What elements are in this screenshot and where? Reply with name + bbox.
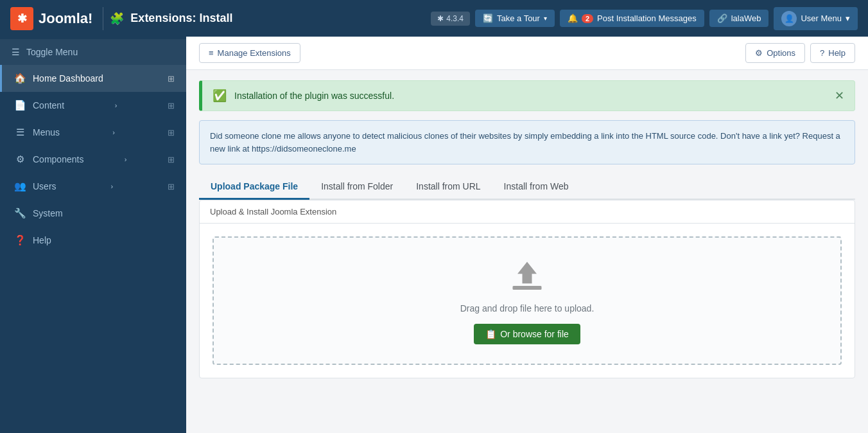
tab-label: Upload Package File — [211, 181, 298, 191]
success-alert: ✅ Installation of the plugin was success… — [199, 80, 855, 111]
content-icon: 📄 — [13, 100, 26, 111]
grid-icon: ⊞ — [168, 128, 175, 137]
sidebar-item-home-dashboard[interactable]: 🏠 Home Dashboard ⊞ — [0, 65, 186, 92]
version-badge: ✱ 4.3.4 — [431, 12, 470, 26]
tab-label: Install from Web — [504, 181, 569, 191]
tab-install-folder[interactable]: Install from Folder — [309, 175, 404, 200]
joomla-version-icon: ✱ — [437, 14, 444, 23]
user-menu-label: User Menu — [801, 13, 842, 23]
help-sidebar-icon: ❓ — [13, 234, 26, 246]
check-circle-icon: ✅ — [213, 89, 227, 103]
top-bar: ✱ Joomla! 🧩 Extensions: Install ✱ 4.3.4 … — [0, 0, 868, 37]
sub-header: ≡ Manage Extensions ⚙ Options ? Help — [186, 37, 868, 70]
chevron-right-icon: › — [115, 102, 117, 109]
tab-install-web[interactable]: Install from Web — [492, 175, 580, 200]
version-text: 4.3.4 — [446, 14, 464, 23]
info-box: Did someone clone me allows anyone to de… — [199, 120, 855, 164]
alert-close-button[interactable]: ✕ — [835, 89, 844, 103]
take-tour-button[interactable]: 🔄 Take a Tour ▾ — [475, 10, 555, 27]
tour-label: Take a Tour — [497, 13, 540, 23]
upload-arrow-icon — [508, 257, 546, 296]
toolbar-left: ≡ Manage Extensions — [199, 43, 300, 63]
upload-card-body: Drag and drop file here to upload. 📋 Or … — [200, 224, 855, 378]
logo-area: ✱ Joomla! — [10, 7, 103, 30]
upload-card: Upload & Install Joomla Extension Drag a… — [199, 200, 855, 378]
user-menu-chevron-icon: ▾ — [846, 13, 850, 23]
browse-for-file-button[interactable]: 📋 Or browse for file — [474, 324, 580, 344]
help-label: Help — [828, 48, 846, 58]
toggle-menu-label: Toggle Menu — [26, 47, 78, 57]
sidebar-item-help[interactable]: ❓ Help — [0, 227, 186, 254]
info-text: Did someone clone me allows anyone to de… — [210, 131, 840, 154]
file-icon: 📋 — [485, 329, 496, 339]
upload-icon-container: Drag and drop file here to upload. — [460, 257, 595, 314]
drop-text: Drag and drop file here to upload. — [460, 303, 595, 314]
tabs-container: Upload Package File Install from Folder … — [199, 175, 855, 200]
sidebar-item-label: Content — [33, 100, 64, 110]
page-title-bar: 🧩 Extensions: Install — [110, 12, 424, 26]
chevron-right-icon: › — [112, 128, 115, 136]
tab-upload-package[interactable]: Upload Package File — [199, 175, 309, 200]
tour-chevron-icon: ▾ — [544, 15, 547, 22]
sidebar-item-content[interactable]: 📄 Content › ⊞ — [0, 92, 186, 119]
toolbar-right: ⚙ Options ? Help — [745, 43, 855, 63]
sidebar-item-users[interactable]: 👥 Users › ⊞ — [0, 173, 186, 200]
chevron-right-icon: › — [125, 155, 127, 163]
grid-icon: ⊞ — [168, 101, 175, 110]
joomla-logo-icon: ✱ — [10, 7, 33, 30]
sidebar-item-label: Users — [33, 181, 56, 191]
drop-zone[interactable]: Drag and drop file here to upload. 📋 Or … — [213, 236, 842, 365]
users-icon: 👥 — [13, 181, 26, 192]
avatar: 👤 — [781, 11, 797, 26]
upload-card-header: Upload & Install Joomla Extension — [200, 200, 855, 224]
puzzle-icon: 🧩 — [110, 12, 124, 26]
help-button[interactable]: ? Help — [810, 43, 855, 63]
link-icon: 🔗 — [717, 13, 727, 23]
sidebar-item-label: Help — [33, 235, 51, 245]
tab-label: Install from URL — [416, 181, 480, 191]
grid-icon: ⊞ — [168, 182, 175, 191]
home-icon: 🏠 — [13, 73, 26, 84]
tour-icon: 🔄 — [483, 13, 493, 23]
sidebar-item-system[interactable]: 🔧 System — [0, 200, 186, 227]
svg-rect-1 — [513, 286, 542, 290]
alert-message: Installation of the plugin was successfu… — [234, 91, 827, 101]
notifications-button[interactable]: 🔔 2 Post Installation Messages — [560, 10, 704, 27]
options-button[interactable]: ⚙ Options — [745, 43, 805, 63]
grid-icon: ⊞ — [168, 74, 175, 84]
svg-marker-0 — [517, 262, 537, 284]
sidebar-item-label: System — [33, 208, 63, 218]
question-icon: ? — [820, 48, 824, 58]
manage-extensions-label: Manage Extensions — [218, 48, 291, 58]
page-content: ✅ Installation of the plugin was success… — [186, 70, 868, 389]
top-bar-right: ✱ 4.3.4 🔄 Take a Tour ▾ 🔔 2 Post Install… — [431, 7, 858, 30]
browse-label: Or browse for file — [500, 329, 569, 339]
logo-text: Joomla! — [39, 10, 92, 27]
notification-count: 2 — [582, 14, 593, 23]
sidebar-item-label: Home Dashboard — [33, 73, 103, 84]
user-link-button[interactable]: 🔗 lalaWeb — [709, 10, 769, 27]
page-title: Extensions: Install — [130, 12, 232, 25]
main-layout: ☰ Toggle Menu 🏠 Home Dashboard ⊞ 📄 Conte… — [0, 37, 868, 433]
sidebar: ☰ Toggle Menu 🏠 Home Dashboard ⊞ 📄 Conte… — [0, 37, 186, 433]
tabs-list: Upload Package File Install from Folder … — [199, 175, 855, 200]
options-label: Options — [767, 48, 795, 58]
tab-install-url[interactable]: Install from URL — [404, 175, 492, 200]
manage-extensions-button[interactable]: ≡ Manage Extensions — [199, 43, 300, 63]
gear-icon: ⚙ — [755, 48, 763, 58]
list-icon: ≡ — [209, 48, 214, 58]
system-icon: 🔧 — [13, 208, 26, 219]
user-menu-button[interactable]: 👤 User Menu ▾ — [774, 7, 858, 30]
notification-label: Post Installation Messages — [597, 13, 697, 23]
components-icon: ⚙ — [13, 154, 26, 165]
sidebar-item-components[interactable]: ⚙ Components › ⊞ — [0, 146, 186, 173]
grid-icon: ⊞ — [168, 155, 175, 164]
toggle-menu-item[interactable]: ☰ Toggle Menu — [0, 39, 186, 65]
toggle-menu-icon: ☰ — [12, 47, 20, 57]
chevron-right-icon: › — [110, 182, 113, 190]
content-area: ≡ Manage Extensions ⚙ Options ? Help ✅ — [186, 37, 868, 433]
menus-icon: ☰ — [13, 127, 26, 138]
user-link-label: lalaWeb — [731, 13, 761, 23]
upload-card-title: Upload & Install Joomla Extension — [210, 207, 336, 216]
sidebar-item-menus[interactable]: ☰ Menus › ⊞ — [0, 119, 186, 146]
